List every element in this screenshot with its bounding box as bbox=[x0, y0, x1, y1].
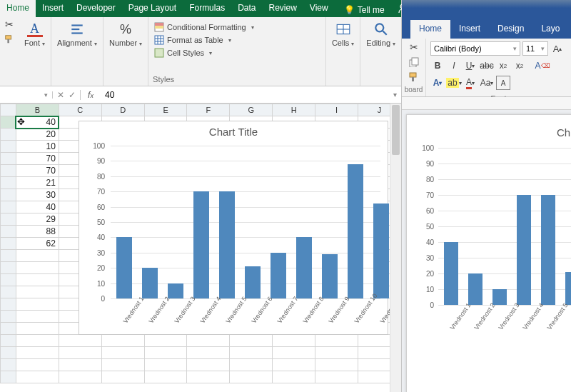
font-button[interactable]: A Font bbox=[23, 20, 46, 49]
clear-format-icon[interactable]: A⌫ bbox=[535, 59, 550, 73]
conditional-formatting-button[interactable]: Conditional Formatting bbox=[153, 21, 256, 33]
tab-insert[interactable]: Insert bbox=[36, 0, 70, 17]
chart-bar[interactable] bbox=[116, 237, 132, 298]
tab-page-layout[interactable]: Page Layout bbox=[122, 0, 183, 17]
chart-bar[interactable] bbox=[541, 195, 555, 305]
cut-icon[interactable]: ✂ bbox=[410, 41, 418, 53]
cell[interactable]: 62 bbox=[16, 238, 59, 250]
format-painter-icon[interactable] bbox=[4, 34, 14, 44]
worksheet-area[interactable]: B C D E F G H I J 40 20 10 70 70 21 30 4… bbox=[0, 104, 401, 392]
fx-button[interactable]: fx bbox=[81, 90, 101, 100]
strike-button[interactable]: abc bbox=[480, 59, 494, 73]
row-header[interactable] bbox=[1, 189, 16, 201]
cell[interactable]: 40 bbox=[16, 116, 59, 129]
tab-insert[interactable]: Insert bbox=[450, 20, 489, 39]
cut-icon[interactable]: ✂ bbox=[5, 19, 14, 30]
cell[interactable]: 70 bbox=[16, 165, 59, 177]
chart-bar[interactable] bbox=[322, 254, 338, 298]
select-all-corner[interactable] bbox=[1, 104, 16, 116]
row-header[interactable] bbox=[1, 116, 16, 129]
row-header[interactable] bbox=[1, 165, 16, 177]
ruler[interactable] bbox=[402, 97, 571, 110]
chart-bar[interactable] bbox=[348, 164, 363, 298]
chart-bar[interactable] bbox=[296, 237, 312, 298]
row-header[interactable] bbox=[1, 201, 16, 213]
font-color-button[interactable]: A▾ bbox=[463, 76, 477, 90]
chart-bar[interactable] bbox=[373, 203, 389, 298]
chart-bar[interactable] bbox=[245, 266, 261, 298]
col-header[interactable]: E bbox=[144, 104, 187, 116]
font-name-select[interactable]: Calibri (Body)▾ bbox=[430, 41, 520, 56]
col-header[interactable]: H bbox=[273, 104, 315, 116]
chart-bar[interactable] bbox=[492, 289, 507, 305]
char-border-icon[interactable]: A bbox=[496, 76, 510, 90]
cell[interactable]: 29 bbox=[16, 213, 59, 226]
cell[interactable]: 70 bbox=[16, 153, 59, 165]
col-header[interactable]: F bbox=[187, 104, 230, 116]
chart-bar[interactable] bbox=[271, 253, 286, 298]
format-as-table-button[interactable]: Format as Table bbox=[153, 34, 233, 46]
tab-design[interactable]: Design bbox=[489, 20, 532, 39]
cell[interactable]: 88 bbox=[16, 226, 59, 238]
chart-bar[interactable] bbox=[444, 242, 458, 305]
cell[interactable]: 30 bbox=[16, 189, 59, 201]
underline-button[interactable]: U▾ bbox=[463, 59, 477, 73]
row-header[interactable] bbox=[1, 153, 16, 165]
row-header[interactable] bbox=[1, 129, 16, 141]
word-page[interactable]: Ch 0102030405060708090100 Vrednost 1Vred… bbox=[406, 114, 571, 392]
subscript-button[interactable]: x2 bbox=[496, 59, 510, 73]
chart-bar[interactable] bbox=[219, 191, 235, 298]
col-header[interactable]: D bbox=[101, 104, 144, 116]
chart-title[interactable]: Chart Title bbox=[79, 121, 388, 139]
col-header[interactable]: C bbox=[59, 104, 101, 116]
formula-input[interactable]: 40 bbox=[101, 90, 389, 100]
row-header[interactable] bbox=[1, 238, 16, 250]
tab-home[interactable]: Home bbox=[410, 20, 450, 39]
row-header[interactable] bbox=[1, 213, 16, 226]
word-document-area[interactable]: Ch 0102030405060708090100 Vrednost 1Vred… bbox=[402, 97, 571, 392]
cells-button[interactable]: Cells bbox=[330, 20, 355, 49]
chart-bar[interactable] bbox=[468, 273, 482, 305]
col-header[interactable]: G bbox=[230, 104, 273, 116]
grow-font-icon[interactable]: A▴ bbox=[550, 41, 565, 56]
scroll-thumb[interactable] bbox=[392, 105, 400, 155]
chart-bar[interactable] bbox=[517, 195, 531, 305]
enter-icon[interactable]: ✓ bbox=[69, 90, 76, 100]
editing-button[interactable]: Editing bbox=[365, 20, 397, 49]
italic-button[interactable]: I bbox=[447, 59, 461, 73]
tab-data[interactable]: Data bbox=[231, 0, 262, 17]
embedded-chart[interactable]: Chart Title 0102030405060708090100 Vredn… bbox=[79, 121, 388, 335]
expand-formula-icon[interactable]: ▾ bbox=[389, 91, 401, 99]
vertical-scrollbar[interactable] bbox=[390, 104, 401, 392]
highlight-button[interactable]: ab▾ bbox=[447, 76, 461, 90]
col-header[interactable]: I bbox=[315, 104, 358, 116]
chart-bar[interactable] bbox=[168, 283, 183, 298]
tab-view[interactable]: View bbox=[303, 0, 335, 17]
row-header[interactable] bbox=[1, 226, 16, 238]
row-header[interactable] bbox=[1, 141, 16, 153]
row-header[interactable] bbox=[1, 177, 16, 189]
format-painter-icon[interactable] bbox=[408, 71, 420, 81]
alignment-button[interactable]: Alignment bbox=[56, 20, 98, 49]
chart-bar[interactable] bbox=[193, 191, 209, 298]
cell[interactable]: 21 bbox=[16, 177, 59, 189]
copy-icon[interactable] bbox=[408, 57, 420, 67]
change-case-button[interactable]: Aa▾ bbox=[480, 76, 494, 90]
word-embedded-chart[interactable]: Ch 0102030405060708090100 Vrednost 1Vred… bbox=[414, 126, 571, 341]
col-header[interactable]: B bbox=[16, 104, 59, 116]
tab-formulas[interactable]: Formulas bbox=[183, 0, 231, 17]
name-box[interactable]: ▾ bbox=[0, 91, 53, 99]
text-effects-button[interactable]: A▾ bbox=[430, 76, 445, 90]
cell[interactable]: 40 bbox=[16, 201, 59, 213]
tab-developer[interactable]: Developer bbox=[70, 0, 122, 17]
chart-bar[interactable] bbox=[142, 268, 158, 298]
tab-layout[interactable]: Layo bbox=[532, 20, 568, 39]
number-button[interactable]: % Number bbox=[108, 20, 143, 49]
cell-styles-button[interactable]: Cell Styles bbox=[153, 47, 213, 59]
cancel-icon[interactable]: ✕ bbox=[57, 90, 64, 100]
tab-review[interactable]: Review bbox=[263, 0, 303, 17]
cell[interactable]: 10 bbox=[16, 141, 59, 153]
cell[interactable]: 20 bbox=[16, 129, 59, 141]
font-size-select[interactable]: 11▾ bbox=[522, 41, 548, 56]
bold-button[interactable]: B bbox=[430, 59, 445, 73]
